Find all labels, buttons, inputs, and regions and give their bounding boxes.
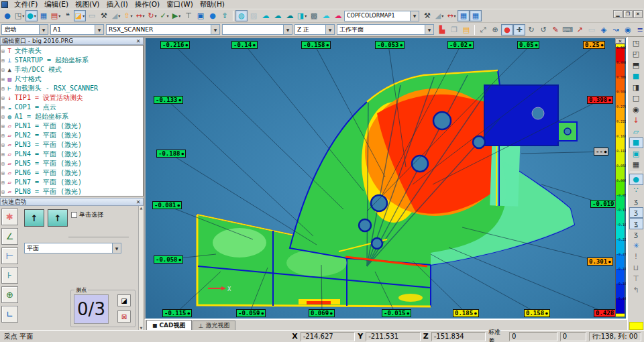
- menu-item-6[interactable]: 帮助(H): [197, 0, 228, 9]
- tree-item-0[interactable]: ⊞T文件表头: [1, 46, 143, 56]
- cloud-sphere-icon[interactable]: ●: [629, 174, 643, 185]
- chevron-down-icon[interactable]: ▼: [112, 243, 121, 253]
- expand-icon[interactable]: ⊞: [1, 86, 5, 92]
- tab-cad-view[interactable]: ◼CAD视图: [146, 320, 192, 330]
- expand-icon[interactable]: ⊞: [1, 170, 5, 176]
- path-icon[interactable]: ↝: [610, 24, 622, 36]
- view-ball-icon[interactable]: ◉: [629, 104, 643, 115]
- color-square-icon[interactable]: ▙: [436, 24, 448, 36]
- tree-item-10[interactable]: ⊞▱PLN3 = 平面 (激光): [1, 140, 143, 150]
- laser-probe2-icon[interactable]: ʒ: [629, 207, 643, 219]
- point-cloud-tool-icon[interactable]: ✱: [1, 209, 18, 225]
- chevron-down-icon[interactable]: ▼: [425, 25, 433, 34]
- tree-item-5[interactable]: ⊞↓TIP1 = 设置活动测尖: [1, 93, 143, 103]
- target-tool-icon[interactable]: ⊕: [1, 286, 18, 303]
- tree-item-1[interactable]: ⊞⟂STARTUP = 起始坐标系: [1, 56, 143, 65]
- menu-item-5[interactable]: 窗口(W): [163, 0, 197, 9]
- expand-icon[interactable]: ⊞: [1, 161, 5, 167]
- comment-icon[interactable]: ❝: [62, 10, 74, 21]
- elbow-tool-icon[interactable]: ∟: [1, 306, 18, 323]
- colormap-close-icon[interactable]: ✕: [615, 38, 625, 44]
- upload-icon[interactable]: ⇧: [219, 10, 231, 21]
- cloud-colormap-icon[interactable]: ☁: [332, 10, 344, 21]
- alignment-icon[interactable]: ↻▾: [146, 10, 158, 21]
- view-left-icon[interactable]: ◰: [629, 49, 643, 60]
- expand-icon[interactable]: ⊞: [1, 76, 5, 82]
- mdi-restore-button[interactable]: ❐: [623, 10, 633, 18]
- expand-icon[interactable]: ⊞: [1, 180, 5, 186]
- expand-icon[interactable]: ⊞: [1, 133, 5, 139]
- tree-item-13[interactable]: ⊞▱PLN6 = 平面 (激光): [1, 168, 143, 178]
- sphere-icon[interactable]: ●: [207, 10, 219, 21]
- caliper-tool-icon[interactable]: ⊢: [1, 247, 18, 264]
- rotate3d-icon[interactable]: ↺: [537, 24, 549, 36]
- layers-icon[interactable]: ◈: [598, 24, 610, 36]
- tree-item-7[interactable]: ⊞◍A1 = 起始坐标系: [1, 112, 143, 121]
- tree-item-8[interactable]: ⊞▱PLN1 = 平面 (激光): [1, 121, 143, 131]
- view-front-icon[interactable]: ⬒: [629, 60, 643, 71]
- image-frame-icon[interactable]: ▭: [586, 24, 598, 36]
- expand-icon[interactable]: ⊞: [1, 189, 5, 195]
- mode-combo[interactable]: 启动▼: [1, 24, 48, 35]
- monitor-icon[interactable]: ▣: [195, 10, 207, 21]
- menu-item-0[interactable]: 文件(F): [11, 0, 41, 9]
- hammer-icon[interactable]: ⚒: [98, 10, 110, 21]
- feature-type-dropdown[interactable]: 平面 ▼: [24, 243, 121, 253]
- cloud-points-icon[interactable]: ☁: [284, 10, 296, 21]
- hammer2-icon[interactable]: ⚒: [421, 10, 433, 21]
- chevron-down-icon[interactable]: ▼: [39, 25, 48, 34]
- tree-item-11[interactable]: ⊞▱PLN4 = 平面 (激光): [1, 150, 143, 159]
- tree-item-15[interactable]: ⊞▱PLN8 = 平面 (激光): [1, 187, 143, 196]
- cloud-pair-icon[interactable]: ☁: [320, 10, 332, 21]
- axes-tool-icon[interactable]: ∠: [1, 228, 18, 245]
- pen-probe-icon[interactable]: ✎: [549, 24, 561, 36]
- view-back-icon[interactable]: ◨: [629, 82, 643, 93]
- fixture2-icon[interactable]: ◢▾: [433, 10, 445, 21]
- arrow-tool-icon[interactable]: ↰: [629, 284, 643, 296]
- expand-icon[interactable]: ⊞: [1, 114, 5, 120]
- basket-tool-icon[interactable]: ⊔: [629, 262, 643, 274]
- close-icon[interactable]: ✕: [135, 38, 142, 44]
- pan-icon[interactable]: ✚: [513, 24, 525, 36]
- colormap-combo[interactable]: COPFCOLORMAP1▼: [344, 11, 419, 21]
- tree-item-3[interactable]: ⊞▤尺寸格式: [1, 74, 143, 84]
- chevron-down-icon[interactable]: ▼: [325, 25, 334, 34]
- t0-icon[interactable]: ⊤: [182, 10, 195, 21]
- pin-tool-icon[interactable]: !: [629, 251, 643, 263]
- cloud-gear-icon[interactable]: ☁: [260, 10, 272, 21]
- copy-icon[interactable]: ❐: [448, 24, 460, 36]
- probe-mode-icon[interactable]: ●: [1, 10, 13, 21]
- camera-icon[interactable]: ◉: [622, 24, 634, 36]
- stand-tool-icon[interactable]: ⊤: [629, 274, 643, 285]
- laser-probe3-icon[interactable]: ʓ: [629, 218, 643, 229]
- view-cube-icon[interactable]: ◳▾: [13, 10, 25, 21]
- grid-window-icon[interactable]: ▦: [38, 10, 50, 21]
- expand-icon[interactable]: ⊞: [1, 48, 5, 54]
- workplane-combo[interactable]: 工作平面▼: [337, 24, 434, 35]
- report-icon[interactable]: ▤▾: [50, 10, 62, 21]
- screen-capture-icon[interactable]: ▭: [86, 10, 98, 21]
- fixture-icon[interactable]: ◢▾: [110, 10, 122, 21]
- measure-up2-button[interactable]: ↑: [48, 209, 68, 227]
- close-icon[interactable]: ✕: [135, 199, 142, 205]
- view-wire-icon[interactable]: □: [629, 93, 643, 105]
- check-icon[interactable]: ✓▾: [158, 10, 170, 21]
- quickstart-text-field[interactable]: [68, 229, 129, 237]
- solid-cube-icon[interactable]: ■: [629, 137, 643, 149]
- mesh-hatch-icon[interactable]: ▩: [308, 10, 320, 21]
- grid-blue-icon[interactable]: ▦: [458, 10, 470, 21]
- rgb-stack-icon[interactable]: ≡: [634, 24, 644, 36]
- checkbox-icon[interactable]: [71, 212, 77, 218]
- cad-view[interactable]: X -0.216●-0.14●-0.158●-0.053●-0.02●0.05●…: [144, 37, 627, 320]
- panel-icon[interactable]: ◨▾: [296, 10, 308, 21]
- cloud-align-icon[interactable]: ☁: [272, 10, 284, 21]
- resize-icon[interactable]: ⤢: [477, 24, 489, 36]
- chevron-down-icon[interactable]: ▼: [211, 25, 219, 34]
- menu-item-3[interactable]: 插入(I): [103, 0, 131, 9]
- cad-drawing-area[interactable]: X -0.216●-0.14●-0.158●-0.053●-0.02●0.05●…: [146, 38, 618, 319]
- plane-view-icon[interactable]: ▱: [629, 126, 643, 137]
- quickstart-scrollbar[interactable]: ▲▼: [138, 206, 144, 330]
- laser-probe-icon[interactable]: ʒ: [629, 196, 643, 207]
- mdi-minimize-button[interactable]: ▁: [613, 10, 623, 18]
- rotate-icon[interactable]: ↻: [525, 24, 537, 36]
